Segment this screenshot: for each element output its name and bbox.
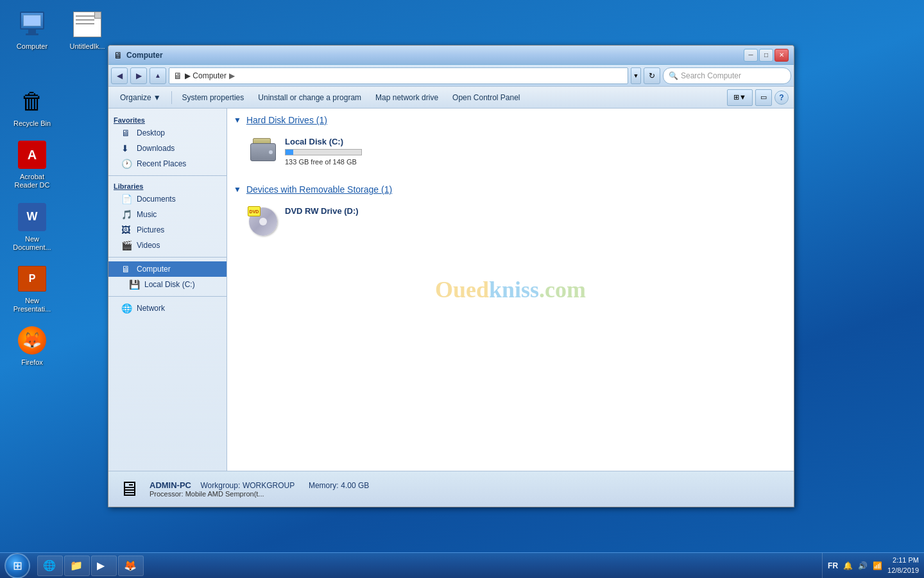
watermark-text2: kniss	[489, 277, 539, 302]
forward-button[interactable]: ▶	[130, 67, 147, 84]
desktop-icon-new-presentation[interactable]: P New Presentati...	[6, 261, 58, 316]
start-button[interactable]	[0, 553, 35, 579]
address-path[interactable]: 🖥 ▶ Computer ▶	[169, 67, 628, 84]
up-button[interactable]: ▲	[150, 67, 166, 84]
computer-sidebar-icon: 🖥	[121, 264, 133, 274]
search-icon: 🔍	[669, 71, 678, 80]
title-bar: 🖥 Computer ─ □ ✕	[108, 46, 794, 65]
title-bar-text: Computer	[126, 51, 744, 60]
help-button[interactable]: ?	[774, 91, 789, 105]
sidebar-divider-3	[108, 296, 227, 297]
word-icon: W	[17, 202, 47, 232]
taskbar-item-firefox[interactable]: 🦊	[118, 556, 144, 576]
sidebar-divider-2	[108, 257, 227, 258]
local-disk-sidebar-icon: 💾	[129, 279, 141, 290]
firefox-icon: 🦊	[17, 325, 47, 356]
sidebar-item-desktop[interactable]: 🖥 Desktop	[108, 125, 227, 141]
tray-notifications-icon: 🔔	[843, 561, 853, 570]
desktop-icon-untitled[interactable]: UntitledIk...	[62, 6, 113, 53]
sidebar-item-music[interactable]: 🎵 Music	[108, 207, 227, 222]
hdd-body	[250, 143, 276, 161]
sidebar-item-videos[interactable]: 🎬 Videos	[108, 238, 227, 253]
hdd-icon	[249, 138, 277, 166]
taskbar-item-ie[interactable]: 🌐	[37, 556, 63, 576]
sidebar-item-network[interactable]: 🌐 Network	[108, 301, 227, 316]
sidebar-divider-1	[108, 175, 227, 176]
sidebar-item-pictures[interactable]: 🖼 Pictures	[108, 222, 227, 238]
taskbar-item-folder[interactable]: 📁	[64, 556, 90, 576]
acrobat-icon-label: Acrobat Reader DC	[9, 173, 55, 189]
open-control-panel-button[interactable]: Open Control Panel	[446, 89, 526, 107]
system-properties-button[interactable]: System properties	[176, 89, 251, 107]
network-sidebar-icon: 🌐	[121, 303, 133, 313]
pictures-sidebar-icon: 🖼	[121, 225, 133, 235]
firefox-taskbar-icon: 🦊	[124, 559, 137, 572]
folder-taskbar-icon: 📁	[70, 559, 83, 572]
maximize-button[interactable]: □	[759, 49, 773, 62]
address-path-arrow: ▶	[229, 71, 235, 80]
map-network-button[interactable]: Map network drive	[369, 89, 445, 107]
sidebar-item-downloads[interactable]: ⬇ Downloads	[108, 141, 227, 156]
minimize-button[interactable]: ─	[744, 49, 758, 62]
favorites-section: Favorites 🖥 Desktop ⬇ Downloads 🕐 Recent…	[108, 114, 227, 171]
status-processor: Processor: Mobile AMD Sempron(t...	[150, 490, 783, 498]
computer-icon	[17, 9, 47, 40]
media-taskbar-icon: ▶	[97, 559, 105, 572]
desktop-icon-acrobat[interactable]: A Acrobat Reader DC	[6, 137, 58, 192]
toolbar-right: ⊞▼ ▭ ?	[727, 89, 789, 106]
close-button[interactable]: ✕	[774, 49, 789, 62]
libraries-header[interactable]: Libraries	[108, 180, 227, 191]
address-dropdown-button[interactable]: ▼	[631, 67, 641, 84]
taskbar-items: 🌐 📁 ▶ 🦊	[35, 556, 822, 576]
hard-disk-drives-header[interactable]: ▼ Hard Disk Drives (1)	[234, 115, 787, 125]
clock-time: 2:11 PM	[887, 556, 919, 565]
window-controls: ─ □ ✕	[744, 49, 789, 62]
tray-clock[interactable]: 2:11 PM 12/8/2019	[887, 556, 919, 575]
new-document-label: New Document...	[9, 235, 55, 252]
sidebar-item-local-disk[interactable]: 💾 Local Disk (C:)	[108, 277, 227, 292]
videos-sidebar-icon: 🎬	[121, 240, 133, 250]
local-disk-c-name: Local Disk (C:)	[285, 137, 420, 146]
libraries-section: Libraries 📄 Documents 🎵 Music 🖼 Pictures	[108, 180, 227, 253]
tray-volume-icon[interactable]: 🔊	[858, 561, 868, 570]
sidebar-item-recent-places[interactable]: 🕐 Recent Places	[108, 156, 227, 171]
dvd-rw-drive-item[interactable]: DVD DVD RW Drive (D:)	[244, 202, 424, 241]
sidebar-item-computer[interactable]: 🖥 Computer	[108, 261, 227, 277]
new-presentation-label: New Presentati...	[9, 297, 55, 313]
preview-pane-button[interactable]: ▭	[755, 89, 772, 106]
hdd-items-grid: Local Disk (C:) 133 GB free of 148 GB	[234, 133, 787, 171]
recent-places-sidebar-icon: 🕐	[121, 159, 133, 169]
notepad-icon	[72, 9, 103, 40]
status-pc-name: ADMIN-PC Workgroup: WORKGROUP Memory: 4.…	[150, 480, 783, 490]
dvd-label: DVD	[248, 206, 261, 216]
desktop-icon-firefox[interactable]: 🦊 Firefox	[6, 322, 58, 369]
view-options-button[interactable]: ⊞▼	[727, 89, 753, 106]
refresh-button[interactable]: ↻	[644, 67, 660, 84]
desktop-icon-computer[interactable]: Computer	[6, 6, 58, 53]
status-memory-label: Memory:	[309, 481, 339, 490]
desktop-icon-recycle[interactable]: 🗑 Recycle Bin	[6, 83, 58, 130]
local-disk-c-item[interactable]: Local Disk (C:) 133 GB free of 148 GB	[244, 133, 424, 171]
desktop-icon-new-document[interactable]: W New Document...	[6, 199, 58, 254]
sidebar: Favorites 🖥 Desktop ⬇ Downloads 🕐 Recent…	[108, 109, 227, 471]
music-sidebar-icon: 🎵	[121, 209, 133, 220]
adobe-icon: A	[17, 139, 47, 170]
desktop-icon-group-top: Computer UntitledIk...	[6, 6, 113, 53]
search-box[interactable]: 🔍 Search Computer	[663, 67, 791, 84]
hdd-section-toggle: ▼	[234, 116, 241, 125]
local-disk-c-free: 133 GB free of 148 GB	[285, 158, 420, 166]
uninstall-button[interactable]: Uninstall or change a program	[252, 89, 368, 107]
back-button[interactable]: ◀	[111, 67, 128, 84]
desktop-sidebar-icon: 🖥	[121, 128, 133, 138]
sidebar-item-documents[interactable]: 📄 Documents	[108, 191, 227, 207]
taskbar-item-media[interactable]: ▶	[91, 556, 117, 576]
local-disk-c-bar	[286, 150, 293, 155]
untitled-icon-label: UntitledIk...	[69, 42, 105, 51]
status-bar: 🖥 ADMIN-PC Workgroup: WORKGROUP Memory: …	[108, 471, 794, 507]
organize-button[interactable]: Organize ▼	[114, 89, 167, 107]
start-orb	[4, 553, 30, 579]
taskbar: 🌐 📁 ▶ 🦊 FR 🔔 🔊 📶 2:11 PM 12/8/2019	[0, 552, 924, 578]
favorites-header[interactable]: Favorites	[108, 114, 227, 125]
removable-storage-header[interactable]: ▼ Devices with Removable Storage (1)	[234, 184, 787, 195]
tray-network-icon[interactable]: 📶	[873, 561, 882, 570]
